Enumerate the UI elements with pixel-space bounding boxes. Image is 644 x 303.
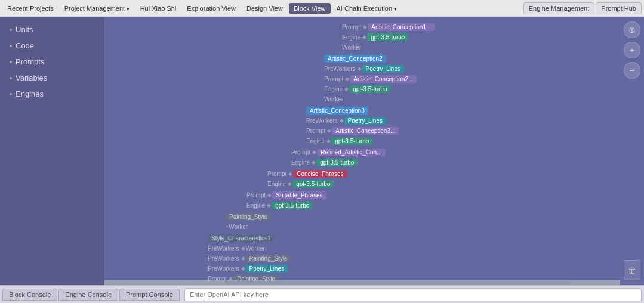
dot-icon[interactable]: ◆	[241, 255, 245, 261]
dot-icon[interactable]: ◆	[312, 159, 316, 165]
bottom-bar: Block Console Engine Console Prompt Cons…	[0, 285, 644, 303]
api-key-input[interactable]	[184, 288, 642, 301]
tab-prompt-console[interactable]: Prompt Console	[119, 289, 180, 301]
minus-icon: −	[630, 66, 634, 75]
table-row: Engine ◆ gpt-3.5-turbo	[291, 157, 615, 167]
poetry-lines-chip-2[interactable]: Poetry_Lines	[344, 117, 386, 125]
plus-icon: +	[630, 45, 634, 55]
compass-button[interactable]: ⊕	[624, 21, 640, 38]
engine-label: Engine	[246, 202, 265, 209]
suitable-phrases-chip[interactable]: Suitable_Phrases	[272, 191, 326, 199]
canvas-scroll[interactable]: Prompt ◆ Artistic_Conception1... Engine …	[104, 17, 620, 280]
scrollbar-track[interactable]	[104, 280, 620, 285]
worker-text: Worker	[246, 245, 265, 252]
dot-icon[interactable]: ◆	[326, 138, 331, 144]
dot-icon[interactable]: ◆	[267, 202, 271, 208]
painting-style-section[interactable]: Painting_Style	[226, 213, 271, 221]
concise-phrases-chip[interactable]: Concise_Phrases	[293, 170, 347, 178]
gpt35-chip-3[interactable]: gpt-3.5-turbo	[331, 137, 372, 145]
sidebar-item-code[interactable]: Code	[0, 38, 104, 54]
dot-icon[interactable]: ◆	[267, 192, 272, 198]
compass-icon: ⊕	[628, 25, 636, 35]
engine-label: Engine	[324, 86, 343, 92]
worker-label: Worker	[229, 224, 248, 230]
preworkers-label: PreWorkers	[208, 265, 239, 272]
dot-icon[interactable]: ◆	[288, 181, 292, 187]
sidebar-item-engines[interactable]: Engines	[0, 86, 104, 102]
preworkers-label: PreWorkers	[208, 245, 239, 252]
trash-button[interactable]: 🗑	[624, 260, 640, 280]
gpt35-chip-4[interactable]: gpt-3.5-turbo	[316, 159, 358, 166]
dot-icon[interactable]: ◆	[229, 276, 233, 280]
nav-ai-chain[interactable]: AI Chain Execution	[332, 3, 402, 14]
block-chain: Prompt ◆ Artistic_Conception1... Engine …	[109, 22, 615, 280]
nav-hui-xiao-shi[interactable]: Hui Xiao Shi	[135, 3, 181, 14]
nav-exploration-view[interactable]: Exploration View	[182, 3, 241, 14]
dot-icon[interactable]: ◆	[345, 76, 349, 82]
table-row: • Worker	[226, 222, 615, 231]
dot-icon[interactable]: ◆	[312, 149, 316, 155]
dot-icon[interactable]: ◆	[327, 128, 331, 134]
nav-project-management[interactable]: Project Management	[60, 3, 134, 14]
tab-engine-console[interactable]: Engine Console	[58, 289, 118, 301]
artistic-conception2-chip[interactable]: Artistic_Conception2...	[350, 75, 417, 83]
trash-icon: 🗑	[628, 265, 636, 275]
dot-icon[interactable]: ◆	[358, 66, 362, 72]
table-row: Artistic_Conception2	[324, 54, 615, 63]
poetry-lines-chip[interactable]: Poetry_Lines	[362, 65, 404, 73]
table-row: Engine ◆ gpt-3.5-turbo	[342, 32, 615, 42]
gpt35-chip-1[interactable]: gpt-3.5-turbo	[367, 33, 408, 41]
table-row: Prompt ◆ Concise_Phrases	[267, 169, 615, 178]
style-char1-section[interactable]: Style_Characteristics1	[208, 234, 274, 242]
artistic-conception3-section[interactable]: Artistic_Conception3	[306, 107, 368, 115]
prompt-label: Prompt	[267, 171, 286, 177]
prompt-label: Prompt	[208, 276, 227, 281]
dot-icon[interactable]: ◆	[362, 34, 366, 40]
gpt35-chip-6[interactable]: gpt-3.5-turbo	[272, 202, 313, 209]
canvas-content: Prompt ◆ Artistic_Conception1... Engine …	[104, 17, 620, 280]
nav-design-view[interactable]: Design View	[242, 3, 288, 14]
zoom-out-button[interactable]: −	[624, 62, 640, 79]
table-row: Engine ◆ gpt-3.5-turbo	[267, 179, 615, 188]
tab-block-console[interactable]: Block Console	[2, 289, 57, 301]
preworkers-label: PreWorkers	[306, 118, 338, 124]
dot-icon[interactable]: ◆	[344, 86, 349, 92]
sidebar-item-prompts[interactable]: Prompts	[0, 54, 104, 70]
table-row: Style_Characteristics1	[208, 233, 615, 243]
top-nav: Recent Projects Project Management Hui X…	[0, 0, 644, 17]
painting-style-chip[interactable]: Painting_Style	[246, 255, 291, 262]
table-row: PreWorkers ◆ Poetry_Lines	[306, 116, 615, 125]
nav-engine-management[interactable]: Engine Management	[523, 2, 595, 14]
zoom-in-button[interactable]: +	[624, 42, 640, 58]
table-row: Prompt ◆ Artistic_Conception2...	[324, 74, 615, 84]
sidebar-item-variables[interactable]: Variables	[0, 70, 104, 86]
artistic-conception3-chip[interactable]: Artistic_Conception3...	[332, 127, 399, 135]
table-row: PreWorkers ◆ Poetry_Lines	[324, 64, 615, 73]
dot-icon[interactable]: •	[226, 224, 228, 230]
dot-icon[interactable]: ◆	[340, 118, 344, 123]
dot-icon[interactable]: ◆	[241, 265, 245, 271]
artistic-conception2-section[interactable]: Artistic_Conception2	[324, 55, 386, 63]
poetry-lines-chip-3[interactable]: Poetry_Lines	[246, 265, 288, 273]
refined-artistic-chip[interactable]: Refined_Artistic_Con...	[317, 149, 385, 156]
engine-label: Engine	[267, 181, 286, 187]
prompt-label: Prompt	[246, 192, 266, 199]
scrollbar-thumb[interactable]	[225, 281, 571, 285]
dot-icon[interactable]: ◆	[288, 171, 292, 177]
gpt35-chip-2[interactable]: gpt-3.5-turbo	[349, 85, 390, 93]
artistic-conception1-chip[interactable]: Artistic_Conception1...	[368, 23, 435, 31]
nav-prompt-hub[interactable]: Prompt Hub	[596, 2, 642, 14]
nav-recent-projects[interactable]: Recent Projects	[2, 3, 58, 14]
nav-block-view[interactable]: Block View	[289, 3, 331, 14]
painting-style-chip2[interactable]: Painting_Style	[233, 275, 279, 281]
sidebar-item-units[interactable]: Units	[0, 21, 104, 38]
dot-icon[interactable]: ◆	[363, 24, 367, 30]
dot-icon[interactable]: ◆	[241, 245, 245, 251]
gpt35-chip-5[interactable]: gpt-3.5-turbo	[292, 180, 334, 188]
right-controls: ⊕ + − 🗑	[620, 17, 644, 285]
engine-label: Engine	[342, 34, 360, 41]
nav-right: Engine Management Prompt Hub	[523, 2, 642, 14]
worker-label: Worker	[342, 44, 361, 51]
preworkers-label: PreWorkers	[208, 255, 239, 262]
table-row: Prompt ◆ Suitable_Phrases	[246, 190, 615, 200]
